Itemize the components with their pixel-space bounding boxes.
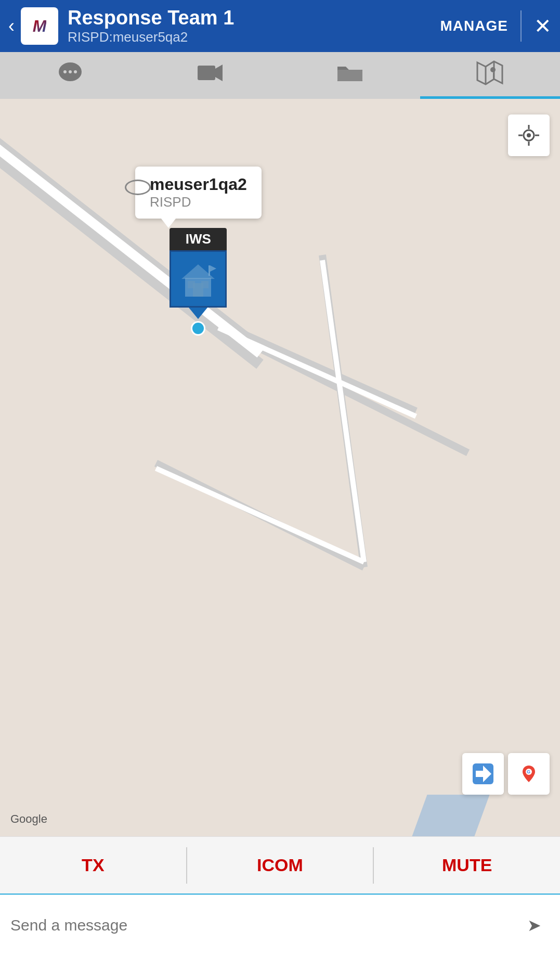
header-text-group: Response Team 1 RISPD:meuser5qa2 (68, 7, 440, 45)
marker-dot (191, 321, 205, 336)
svg-marker-6 (215, 65, 223, 81)
header-subtitle: RISPD:meuser5qa2 (68, 29, 440, 45)
map-marker-container[interactable]: meuser1qa2 RISPD IWS (135, 167, 262, 336)
svg-point-3 (74, 70, 77, 73)
tab-chat[interactable] (0, 52, 140, 99)
tab-map[interactable] (420, 52, 560, 99)
page-title: Response Team 1 (68, 7, 440, 29)
video-icon (197, 59, 224, 92)
header-divider (520, 10, 522, 42)
svg-point-1 (63, 70, 67, 73)
popup-username: meuser1qa2 (150, 175, 247, 194)
logo-text: M (33, 17, 47, 36)
back-button[interactable]: ‹ (8, 15, 15, 37)
building-icon (177, 258, 219, 300)
svg-rect-7 (337, 70, 362, 81)
chat-icon (57, 59, 84, 92)
nav-tabs (0, 52, 560, 99)
radio-controls: TX ICOM MUTE (0, 836, 560, 894)
message-bar: ➤ (0, 894, 560, 956)
popup-department: RISPD (150, 194, 247, 210)
iws-icon-box (170, 250, 227, 308)
close-button[interactable]: ✕ (534, 14, 552, 38)
tab-files[interactable] (280, 52, 420, 99)
manage-button[interactable]: MANAGE (440, 18, 508, 34)
map-icon (476, 59, 503, 92)
tab-video[interactable] (140, 52, 280, 99)
crosshair-icon (517, 124, 540, 147)
directions-button[interactable] (462, 753, 504, 795)
send-icon: ➤ (527, 915, 541, 935)
iws-badge-label: IWS (170, 228, 227, 250)
svg-rect-5 (198, 66, 215, 80)
directions-icon (472, 762, 494, 785)
map-background (0, 99, 560, 836)
location-button[interactable] (508, 114, 550, 156)
app-logo: M (21, 7, 58, 45)
svg-rect-21 (188, 281, 195, 288)
google-watermark: Google (10, 812, 47, 826)
svg-point-2 (69, 70, 72, 73)
svg-marker-24 (210, 265, 216, 272)
google-maps-icon: G (517, 762, 540, 785)
map-action-buttons: G (462, 753, 550, 795)
map-area[interactable]: meuser1qa2 RISPD IWS (0, 99, 560, 836)
google-maps-button[interactable]: G (508, 753, 550, 795)
mute-button[interactable]: MUTE (374, 837, 560, 894)
icom-button[interactable]: ICOM (187, 837, 373, 894)
iws-marker[interactable]: IWS (170, 228, 227, 336)
tx-button[interactable]: TX (0, 837, 186, 894)
svg-point-13 (527, 133, 531, 137)
marker-oval-indicator (125, 180, 151, 195)
marker-pointer (189, 308, 207, 319)
svg-point-11 (490, 67, 496, 72)
send-button[interactable]: ➤ (518, 910, 550, 941)
marker-popup: meuser1qa2 RISPD (135, 167, 262, 219)
header: ‹ M Response Team 1 RISPD:meuser5qa2 MAN… (0, 0, 560, 52)
svg-rect-22 (201, 281, 209, 288)
svg-text:G: G (527, 769, 530, 774)
svg-marker-8 (477, 61, 502, 84)
svg-rect-23 (209, 265, 210, 276)
folder-icon (336, 59, 363, 92)
message-input[interactable] (10, 916, 518, 934)
